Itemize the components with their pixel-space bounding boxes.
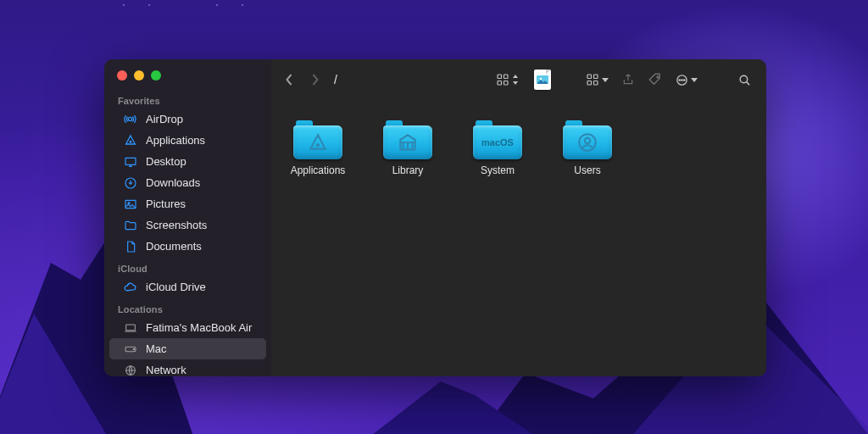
svg-point-28 [585, 138, 591, 144]
search-button[interactable] [734, 69, 754, 91]
sidebar-item-icloud-drive[interactable]: iCloud Drive [109, 276, 266, 298]
sidebar-item-documents[interactable]: Documents [109, 236, 266, 257]
svg-point-0 [128, 117, 131, 120]
sidebar-item-airdrop[interactable]: AirDrop [109, 108, 266, 130]
svg-point-15 [540, 78, 542, 81]
svg-rect-19 [594, 81, 598, 86]
desktop-icon [123, 154, 137, 169]
svg-rect-11 [504, 75, 509, 79]
svg-point-22 [679, 79, 680, 80]
folder-label: Applications [291, 164, 346, 176]
svg-point-23 [682, 79, 682, 80]
svg-point-1 [130, 141, 131, 142]
sidebar-item-label: Downloads [146, 176, 200, 189]
sidebar-item-downloads[interactable]: Downloads [109, 172, 266, 193]
forward-button[interactable] [305, 68, 324, 92]
downloads-icon [123, 175, 137, 190]
section-heading-locations: Locations [104, 298, 271, 317]
disk-icon [123, 342, 137, 356]
sidebar-item-label: Applications [146, 134, 205, 147]
finder-content: / [271, 59, 766, 376]
folder-label: Users [574, 164, 600, 176]
sidebar-item-this-mac[interactable]: Fatima's MacBook Air [109, 317, 266, 338]
folder-grid: Applications Library macOS System [271, 100, 766, 197]
close-button[interactable] [117, 70, 127, 81]
folder-icon [123, 218, 137, 232]
applications-icon [123, 133, 137, 147]
folder-icon [563, 120, 612, 159]
folder-icon [383, 120, 432, 159]
folder-icon: macOS [473, 120, 522, 159]
svg-rect-17 [594, 75, 598, 79]
preview-file-button[interactable] [531, 69, 554, 91]
minimize-button[interactable] [134, 70, 144, 81]
sidebar-item-label: Pictures [146, 198, 186, 210]
sidebar-item-network[interactable]: Network [109, 359, 266, 376]
sidebar-item-applications[interactable]: Applications [109, 130, 266, 151]
airdrop-icon [123, 112, 137, 126]
wallpaper-stars [123, 4, 243, 6]
folder-library[interactable]: Library [378, 120, 437, 176]
path-title: / [334, 73, 337, 86]
folder-applications[interactable]: Applications [288, 120, 348, 176]
sidebar-item-label: Fatima's MacBook Air [146, 321, 252, 334]
svg-rect-13 [504, 81, 509, 86]
sidebar-item-label: Desktop [146, 155, 186, 168]
sidebar-item-label: Documents [146, 240, 202, 253]
svg-point-8 [133, 348, 134, 349]
finder-toolbar: / [271, 59, 766, 100]
finder-window: Favorites AirDrop Applications Desktop D… [104, 59, 766, 376]
svg-rect-12 [498, 81, 502, 86]
svg-rect-10 [498, 75, 502, 79]
svg-rect-18 [587, 81, 592, 86]
window-controls [117, 70, 271, 81]
globe-icon [123, 363, 137, 376]
chevron-down-icon [691, 77, 698, 82]
folder-label: Library [392, 164, 424, 176]
section-heading-icloud: iCloud [104, 257, 271, 276]
section-heading-favorites: Favorites [104, 89, 271, 108]
actions-button[interactable] [672, 69, 700, 91]
folder-label: System [481, 164, 515, 176]
folder-icon [293, 120, 342, 159]
svg-point-20 [657, 76, 659, 78]
finder-sidebar: Favorites AirDrop Applications Desktop D… [104, 59, 271, 376]
group-by-button[interactable] [582, 69, 611, 91]
sidebar-item-screenshots[interactable]: Screenshots [109, 214, 266, 236]
cloud-icon [123, 280, 137, 294]
view-icons-button[interactable] [492, 69, 521, 91]
svg-point-26 [317, 144, 319, 146]
sidebar-item-label: Screenshots [146, 219, 207, 231]
chevron-down-icon [602, 77, 609, 82]
sidebar-item-pictures[interactable]: Pictures [109, 193, 266, 214]
tags-button[interactable] [645, 69, 665, 91]
pictures-icon [123, 197, 137, 211]
laptop-icon [123, 320, 137, 335]
fullscreen-button[interactable] [151, 70, 161, 81]
svg-point-25 [740, 75, 748, 83]
svg-rect-6 [125, 325, 135, 331]
sidebar-item-desktop[interactable]: Desktop [109, 151, 266, 172]
share-button[interactable] [618, 69, 638, 91]
sidebar-item-label: Mac [146, 342, 167, 355]
svg-rect-2 [125, 158, 136, 164]
documents-icon [123, 239, 137, 253]
sidebar-item-label: AirDrop [146, 113, 183, 125]
sidebar-item-mac-disk[interactable]: Mac [109, 338, 266, 359]
sidebar-item-label: iCloud Drive [146, 281, 206, 293]
svg-rect-16 [587, 75, 592, 79]
sidebar-item-label: Network [146, 364, 186, 376]
folder-system[interactable]: macOS System [468, 120, 527, 176]
file-thumb-icon [534, 70, 551, 90]
updown-icon [512, 75, 519, 85]
svg-point-24 [684, 79, 685, 80]
back-button[interactable] [280, 68, 298, 92]
folder-users[interactable]: Users [558, 120, 617, 176]
